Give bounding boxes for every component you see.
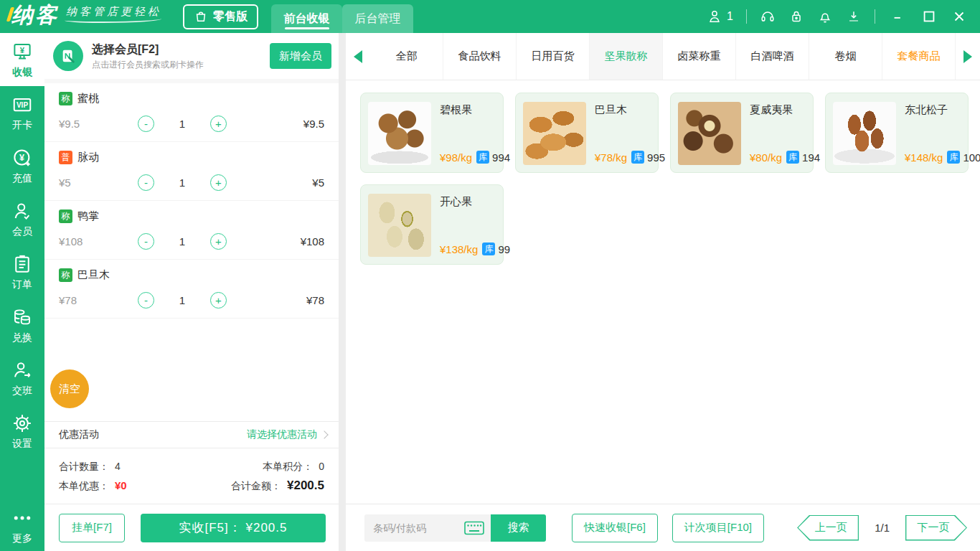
quantity-stepper: - 1 + [138, 233, 227, 250]
category-tab[interactable]: 卤菜称重 [663, 33, 736, 80]
recharge-icon: ¥ [11, 147, 33, 169]
plus-button[interactable]: + [210, 292, 227, 309]
sidebar-item-open-card[interactable]: VIP 开卡 [0, 86, 44, 139]
minus-button[interactable]: - [138, 233, 154, 250]
cart-item-total: ¥5 [312, 176, 324, 189]
cart-panel: 选择会员[F2] 点击进行会员搜索或刷卡操作 新增会员 称 蜜桃 ¥9.5 - … [44, 33, 339, 551]
product-card[interactable]: 东北松子 ¥148/kg 库 100 [825, 93, 969, 173]
promo-select-link[interactable]: 请选择优惠活动 [247, 428, 327, 441]
product-name: 东北松子 [905, 103, 961, 117]
main-tabs: 前台收银 后台管理 [271, 4, 413, 33]
bottom-bar: 搜索 快速收银[F6] 计次项目[F10] 上一页 1/1 下一页 [346, 504, 980, 551]
cart-item-unit-price: ¥9.5 [59, 118, 138, 130]
sidebar-item-shift[interactable]: 交班 [0, 352, 44, 405]
product-price: ¥98/kg [440, 151, 472, 164]
member-select-subtitle: 点击进行会员搜索或刷卡操作 [92, 59, 204, 70]
cart-items-list: 称 蜜桃 ¥9.5 - 1 + ¥9.5 [44, 83, 339, 421]
tab-front-cashier[interactable]: 前台收银 [271, 4, 342, 33]
cart-item-qty: 1 [179, 176, 186, 189]
sidebar-item-exchange[interactable]: 兑换 [0, 298, 44, 352]
barcode-input[interactable] [373, 522, 463, 534]
clear-cart-button[interactable]: 清空 [50, 369, 89, 408]
user-count: 1 [727, 10, 733, 23]
chevron-right-icon [320, 430, 328, 438]
next-page-button[interactable]: 下一页 [905, 515, 967, 541]
product-image [523, 102, 586, 165]
plus-button[interactable]: + [210, 233, 227, 250]
cart-item-qty: 1 [179, 118, 186, 130]
promo-row: 优惠活动 请选择优惠活动 [44, 421, 339, 448]
close-icon[interactable] [951, 9, 967, 24]
member-card-icon [53, 41, 83, 71]
quantity-stepper: - 1 + [138, 174, 227, 191]
product-stock: 100 [963, 151, 980, 164]
product-image [368, 102, 431, 165]
sidebar-item-settings[interactable]: 设置 [0, 405, 44, 458]
cart-item-name: 巴旦木 [77, 268, 110, 282]
category-tab[interactable]: 日用百货 [517, 33, 590, 80]
keyboard-icon[interactable] [463, 520, 485, 536]
product-grid: 碧根果 ¥98/kg 库 994 巴旦木 ¥78/kg [346, 80, 980, 504]
product-card[interactable]: 开心果 ¥138/kg 库 99 [360, 184, 504, 265]
product-info: 巴旦木 ¥78/kg 库 995 [595, 102, 651, 164]
sidebar-item-member[interactable]: 会员 [0, 192, 44, 245]
download-icon[interactable] [846, 9, 862, 24]
category-tab[interactable]: 套餐商品 [882, 33, 956, 80]
cart-item-header: 普 脉动 [59, 151, 324, 164]
cart-actions: 挂单[F7] 实收[F5]： ¥200.5 [44, 504, 339, 551]
category-tab[interactable]: 坚果散称 [590, 33, 663, 80]
category-tab[interactable]: 卷烟 [809, 33, 882, 80]
plus-button[interactable]: + [210, 116, 227, 132]
quick-cashier-button[interactable]: 快速收银[F6] [572, 514, 658, 542]
minus-button[interactable]: - [138, 292, 154, 309]
bell-icon[interactable] [817, 9, 833, 24]
hold-order-button[interactable]: 挂单[F7] [59, 514, 125, 542]
order-points: 本单积分：0 [263, 461, 324, 474]
minus-button[interactable]: - [138, 174, 154, 191]
search-button[interactable]: 搜索 [491, 514, 546, 542]
online-user-chip[interactable]: 1 [707, 9, 733, 24]
cart-item-header: 称 鸭掌 [59, 209, 324, 223]
member-select-row[interactable]: 选择会员[F2] 点击进行会员搜索或刷卡操作 新增会员 [44, 33, 339, 83]
add-member-button[interactable]: 新增会员 [270, 43, 331, 69]
minimize-icon[interactable] [891, 9, 907, 24]
sidebar-item-recharge[interactable]: ¥ 充值 [0, 139, 44, 192]
headset-icon[interactable] [760, 9, 776, 24]
plus-button[interactable]: + [210, 174, 227, 191]
settings-icon [11, 413, 33, 434]
svg-text:¥: ¥ [20, 45, 25, 54]
category-tab[interactable]: 全部 [370, 33, 443, 80]
edition-badge[interactable]: 零售版 [183, 4, 258, 29]
cart-item-unit-price: ¥78 [59, 294, 138, 306]
category-prev-arrow[interactable] [346, 33, 370, 80]
category-tab[interactable]: 食品饮料 [443, 33, 517, 80]
product-card[interactable]: 碧根果 ¥98/kg 库 994 [360, 93, 504, 173]
maximize-icon[interactable] [921, 9, 937, 24]
minus-button[interactable]: - [138, 116, 154, 132]
product-stock: 994 [492, 151, 510, 164]
product-card[interactable]: 巴旦木 ¥78/kg 库 995 [515, 93, 659, 173]
cart-item-header: 称 蜜桃 [59, 92, 324, 105]
brand: 纳客 纳客管店更轻松 [0, 4, 176, 29]
product-card[interactable]: 夏威夷果 ¥80/kg 库 194 [670, 93, 814, 173]
prev-page-button[interactable]: 上一页 [797, 515, 859, 541]
svg-text:¥: ¥ [19, 152, 24, 162]
tab-back-manage[interactable]: 后台管理 [342, 4, 413, 33]
checkout-button[interactable]: 实收[F5]： ¥200.5 [141, 514, 326, 542]
stock-badge: 库 [476, 151, 489, 164]
count-item-button[interactable]: 计次项目[F10] [672, 514, 764, 542]
order-discount: 本单优惠：¥0 [59, 479, 127, 493]
more-icon [11, 507, 33, 529]
product-price: ¥138/kg [440, 243, 478, 255]
arrow-left-icon [354, 50, 362, 63]
product-meta: ¥148/kg 库 100 [905, 151, 961, 164]
category-tab[interactable]: 白酒啤酒 [736, 33, 809, 80]
divider [746, 9, 747, 24]
sidebar-item-more[interactable]: 更多 [0, 501, 44, 551]
category-next-arrow[interactable] [956, 33, 980, 80]
lock-icon[interactable] [788, 9, 804, 24]
cart-item-unit-price: ¥5 [59, 176, 138, 189]
sidebar-item-cashier[interactable]: ¥ 收银 [0, 33, 44, 86]
sidebar-item-orders[interactable]: 订单 [0, 245, 44, 298]
shift-icon [11, 359, 33, 381]
